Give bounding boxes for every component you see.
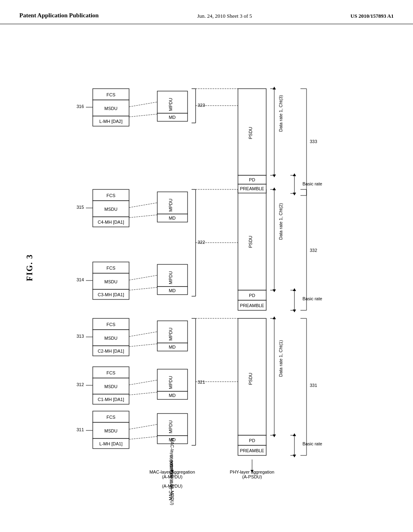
svg-text:331: 331: [310, 383, 317, 388]
svg-text:MD: MD: [169, 345, 175, 349]
svg-line-159: [129, 287, 157, 290]
svg-marker-140: [273, 87, 276, 89]
publication-date: Jun. 24, 2010 Sheet 3 of 5: [197, 11, 252, 19]
svg-text:Basic rate: Basic rate: [302, 296, 322, 301]
svg-text:C4-MH [DA1]: C4-MH [DA1]: [98, 220, 124, 224]
publication-title: Patent Application Publication: [19, 11, 99, 20]
svg-text:MSDU: MSDU: [104, 279, 117, 284]
svg-text:L-MH [DA1]: L-MH [DA1]: [99, 441, 122, 446]
svg-marker-130: [293, 288, 296, 291]
svg-text:FCS: FCS: [106, 193, 115, 198]
svg-text:Basic rate: Basic rate: [302, 181, 322, 186]
svg-text:FCS: FCS: [106, 266, 115, 270]
svg-text:MD: MD: [169, 288, 175, 293]
svg-text:PREAMBLE: PREAMBLE: [240, 186, 264, 191]
svg-text:FCS: FCS: [106, 322, 115, 327]
svg-line-157: [129, 344, 157, 347]
svg-text:323: 323: [198, 103, 205, 108]
svg-text:MSDU: MSDU: [104, 384, 117, 389]
svg-text:FCS: FCS: [106, 92, 115, 97]
svg-text:MSDU: MSDU: [104, 106, 117, 111]
svg-text:PD: PD: [249, 177, 255, 182]
svg-line-155: [129, 392, 157, 395]
svg-text:Data rate 1, Cht(2): Data rate 1, Cht(2): [278, 203, 283, 240]
svg-marker-131: [293, 310, 296, 312]
svg-line-156: [129, 380, 157, 385]
svg-text:(A-PSDU): (A-PSDU): [242, 474, 262, 479]
svg-marker-147: [293, 193, 296, 195]
patent-diagram: FCS MSDU L-MH [DA1] 311 FCS MSDU C1-MH […: [40, 36, 395, 520]
svg-line-162: [129, 203, 157, 208]
svg-line-153: [129, 436, 157, 439]
svg-text:PD: PD: [249, 438, 255, 443]
svg-text:311: 311: [77, 427, 84, 432]
svg-marker-115: [293, 455, 296, 457]
svg-text:MD: MD: [169, 216, 175, 220]
svg-text:MPDU: MPDU: [168, 328, 173, 341]
publication-number: US 2010/157893 A1: [350, 11, 394, 19]
svg-marker-146: [293, 173, 296, 176]
svg-text:MD: MD: [169, 115, 175, 120]
svg-text:PREAMBLE: PREAMBLE: [240, 303, 264, 308]
svg-text:313: 313: [77, 334, 84, 339]
svg-text:314: 314: [77, 277, 84, 282]
svg-text:FCS: FCS: [106, 370, 115, 375]
svg-text:MSDU: MSDU: [104, 428, 117, 433]
svg-line-163: [129, 114, 157, 117]
svg-text:Data rate 1, Cht(3): Data rate 1, Cht(3): [278, 95, 283, 132]
svg-line-160: [129, 275, 157, 280]
svg-text:MD: MD: [169, 393, 175, 398]
svg-text:(A-MPDU): (A-MPDU): [162, 474, 183, 479]
svg-text:FCS: FCS: [106, 415, 115, 420]
svg-marker-114: [293, 433, 296, 436]
svg-text:PSDU: PSDU: [248, 236, 253, 248]
svg-text:MPDU: MPDU: [168, 98, 173, 111]
svg-text:322: 322: [198, 240, 205, 245]
svg-text:Data rate 1, Cht(1): Data rate 1, Cht(1): [278, 340, 283, 377]
svg-text:MPDU: MPDU: [168, 420, 173, 433]
svg-text:MSDU: MSDU: [104, 336, 117, 341]
svg-text:C1-MH [DA1]: C1-MH [DA1]: [98, 397, 124, 402]
svg-marker-109: [273, 434, 276, 437]
page-header: Patent Application Publication Jun. 24, …: [0, 0, 413, 24]
svg-text:MPDU: MPDU: [168, 199, 173, 212]
svg-line-161: [129, 215, 157, 218]
diagram-area: FIG. 3 FCS MSDU L-MH [DA1] 311 FCS MSDU …: [0, 28, 413, 512]
figure-label: FIG. 3: [25, 254, 34, 281]
svg-marker-125: [273, 289, 276, 292]
svg-text:MPDU: MPDU: [168, 376, 173, 389]
svg-text:312: 312: [77, 382, 84, 387]
svg-text:332: 332: [310, 248, 317, 253]
svg-text:333: 333: [310, 139, 317, 144]
svg-marker-124: [273, 187, 276, 190]
svg-text:PD: PD: [249, 293, 255, 298]
svg-text:321: 321: [198, 380, 205, 384]
svg-text:PREAMBLE: PREAMBLE: [240, 448, 264, 453]
svg-line-164: [129, 102, 157, 107]
svg-text:MPDU: MPDU: [168, 271, 173, 284]
svg-marker-108: [273, 316, 276, 319]
svg-text:Basic rate: Basic rate: [302, 441, 322, 446]
svg-text:L-MH [DA2]: L-MH [DA2]: [99, 119, 122, 124]
svg-text:PSDU: PSDU: [248, 373, 253, 385]
svg-text:MSDU: MSDU: [104, 207, 117, 212]
svg-line-154: [129, 424, 157, 429]
svg-marker-141: [273, 175, 276, 177]
svg-text:316: 316: [77, 104, 84, 109]
svg-line-158: [129, 332, 157, 337]
svg-text:C3-MH [DA1]: C3-MH [DA1]: [98, 292, 124, 297]
svg-text:315: 315: [77, 205, 84, 210]
svg-text:C2-MH [DA1]: C2-MH [DA1]: [98, 349, 124, 353]
svg-text:PSDU: PSDU: [248, 127, 253, 139]
